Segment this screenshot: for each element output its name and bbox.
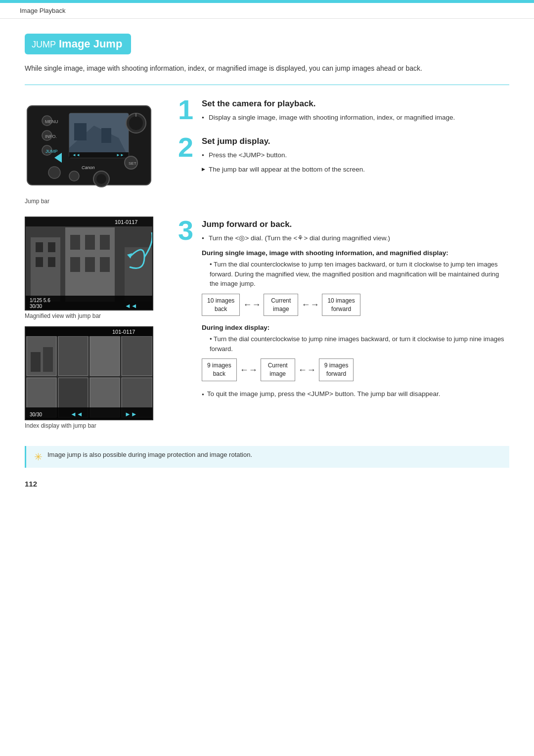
step-1-bullets: Display a single image, image with shoot…	[202, 113, 509, 123]
tip-text: Image jump is also possible during image…	[47, 451, 252, 458]
svg-rect-51	[122, 336, 152, 376]
svg-rect-36	[70, 257, 80, 272]
diagram-ten-right: 10 images forward	[322, 294, 360, 316]
svg-point-24	[96, 174, 106, 184]
quit-bullet: ● To quit the image jump, press the <JUM…	[202, 389, 509, 399]
svg-rect-27	[31, 237, 60, 302]
diagram-nine-right: 9 images forward	[319, 358, 354, 381]
svg-text:30/30: 30/30	[30, 304, 42, 309]
page-content: JUMPImage Jump While single image, image…	[0, 19, 534, 508]
tip-bar: ✳ Image jump is also possible during ima…	[25, 446, 509, 468]
svg-point-19	[48, 167, 60, 178]
step-2-number: 2	[178, 133, 202, 161]
intro-text: While single image, image with shooting …	[25, 63, 509, 74]
step-3-text: 3 Jump forward or back. Turn the <◎> dia…	[178, 217, 509, 436]
magnified-photo: 101-0117 1/125 5.6 30/30 ◄◄	[25, 217, 153, 311]
diagram-nine-right-sub: forward	[324, 370, 349, 378]
svg-rect-30	[36, 257, 43, 267]
arrow-right-ten: ←→	[301, 300, 319, 310]
jump-bar-label: Jump bar	[25, 198, 163, 205]
step-2-bullet-1: Press the <JUMP> button.	[202, 150, 509, 160]
step-3-images: 101-0117 1/125 5.6 30/30 ◄◄ Magnified vi…	[25, 217, 163, 436]
index-photo: 101-0117 30/30 ◄◄ ►►	[25, 326, 153, 420]
step-3-header: 3 Jump forward or back. Turn the <◎> dia…	[178, 217, 509, 399]
svg-text:INFO.: INFO.	[45, 134, 57, 139]
svg-text:►►: ►►	[125, 410, 137, 418]
diagram-ten-left: 10 images back	[202, 294, 240, 316]
svg-rect-4	[74, 123, 87, 140]
diagram-nine-left-sub: back	[207, 370, 231, 378]
diagram-nine-left: 9 images back	[202, 358, 237, 381]
svg-point-20	[69, 171, 79, 181]
svg-text:JUMP: JUMP	[45, 149, 58, 154]
svg-rect-34	[85, 235, 95, 250]
step-2-arrow-1: The jump bar will appear at the bottom o…	[202, 165, 509, 175]
breadcrumb: Image Playback	[0, 3, 534, 19]
step-2-body: Set jump display. Press the <JUMP> butto…	[202, 133, 509, 178]
diagram-nine-center: Current image	[261, 358, 295, 381]
svg-rect-37	[85, 257, 95, 272]
diagram-nine-left-label: 9 images	[207, 361, 231, 370]
diagram-ten: 10 images back ←→ Current image ←→ 10 im…	[202, 294, 509, 316]
step-2-title: Set jump display.	[202, 136, 509, 146]
quit-text: To quit the image jump, press the <JUMP>…	[207, 389, 441, 399]
diagram-ten-left-label: 10 images	[207, 297, 234, 305]
index-display-label: Index display with jump bar	[25, 422, 163, 429]
step-2-bullets: Press the <JUMP> button.	[202, 150, 509, 160]
diagram-ten-right-sub: forward	[327, 305, 355, 313]
svg-rect-29	[48, 242, 55, 252]
during-index-text: Turn the dial counterclockwise to jump n…	[202, 334, 509, 354]
separator	[25, 85, 509, 85]
step-1-bullet-1: Display a single image, image with shoot…	[202, 113, 509, 123]
during-index-label: During index display:	[202, 324, 509, 331]
diagram-ten-center-label: Current	[269, 297, 293, 305]
svg-text:1/125  5.6: 1/125 5.6	[30, 298, 50, 303]
svg-text:101-0117: 101-0117	[115, 219, 138, 225]
diagram-nine-center-sub: image	[266, 370, 290, 378]
steps-1-2-text: 1 Set the camera for playback. Display a…	[178, 96, 509, 212]
arrow-left-ten: ←→	[243, 300, 261, 310]
step-3-bullet-1: Turn the <◎> dial. (Turn the <⚘> dial du…	[202, 233, 509, 243]
during-single-label: During single image, image with shooting…	[202, 249, 509, 257]
arrow-left-nine: ←→	[240, 365, 258, 375]
svg-rect-5	[101, 128, 111, 143]
svg-rect-28	[36, 242, 43, 252]
svg-point-17	[129, 116, 143, 130]
svg-text:SET: SET	[129, 161, 136, 166]
arrow-right-nine: ←→	[298, 365, 316, 375]
step-2: 2 Set jump display. Press the <JUMP> but…	[178, 133, 509, 178]
diagram-ten-left-sub: back	[207, 305, 234, 313]
svg-rect-49	[58, 336, 88, 376]
step-3-number: 3	[178, 217, 202, 244]
diagram-ten-center: Current image	[264, 294, 298, 316]
svg-rect-38	[100, 257, 110, 272]
svg-rect-57	[43, 347, 53, 372]
camera-device-image: ◄◄ ►► MENU INFO. JUMP	[25, 96, 153, 195]
step-1-title: Set the camera for playback.	[202, 99, 509, 109]
diagram-nine-center-label: Current	[266, 361, 290, 370]
svg-text:◄◄: ◄◄	[70, 410, 83, 418]
svg-rect-31	[48, 257, 55, 267]
step-1-body: Set the camera for playback. Display a s…	[202, 96, 509, 127]
step-2-arrows: The jump bar will appear at the bottom o…	[202, 165, 509, 175]
svg-text:MENU: MENU	[45, 119, 58, 124]
svg-text:◄◄: ◄◄	[72, 153, 80, 157]
step-3-body: Jump forward or back. Turn the <◎> dial.…	[202, 217, 509, 399]
step-3-title: Jump forward or back.	[202, 220, 509, 229]
svg-text:Canon: Canon	[82, 165, 95, 170]
tip-icon: ✳	[34, 451, 43, 463]
svg-text:►►: ►►	[116, 153, 124, 157]
step-3-bullets: Turn the <◎> dial. (Turn the <⚘> dial du…	[202, 233, 509, 243]
steps-1-2-layout: ◄◄ ►► MENU INFO. JUMP	[25, 96, 509, 212]
jump-label: JUMP	[32, 40, 56, 49]
svg-text:101-0117: 101-0117	[112, 329, 135, 335]
page-title-box: JUMPImage Jump	[25, 34, 131, 54]
camera-illustrations: ◄◄ ►► MENU INFO. JUMP	[25, 96, 163, 212]
svg-rect-35	[100, 235, 110, 250]
page-number: 112	[25, 480, 509, 488]
step-1-number: 1	[178, 96, 202, 124]
svg-text:30/30: 30/30	[30, 412, 42, 417]
diagram-nine: 9 images back ←→ Current image ←→ 9 imag…	[202, 358, 509, 381]
svg-rect-50	[90, 336, 120, 376]
title-main: Image Jump	[59, 38, 122, 50]
